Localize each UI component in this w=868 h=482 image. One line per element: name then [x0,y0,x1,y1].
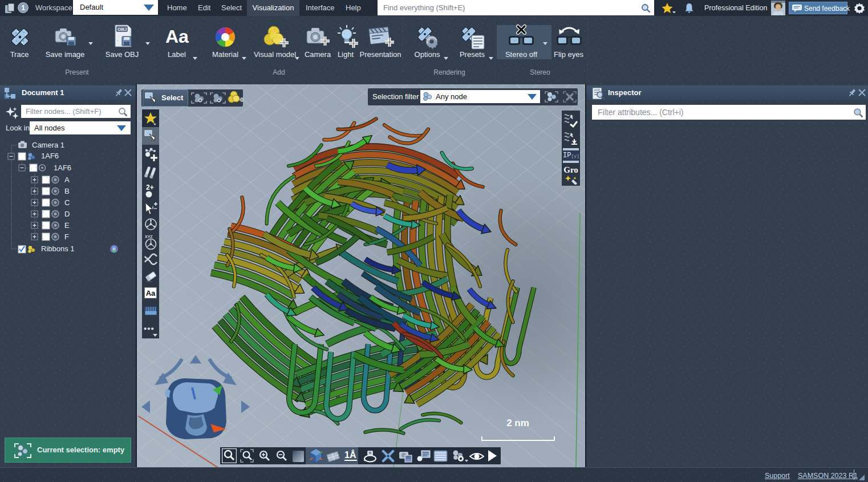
svg-text:2+: 2+ [146,183,154,191]
svg-text:2 nm: 2 nm [506,418,529,428]
svg-text:XYZ: XYZ [145,235,153,239]
svg-text:1Å: 1Å [344,450,356,460]
svg-text:OBJ: OBJ [117,27,127,32]
